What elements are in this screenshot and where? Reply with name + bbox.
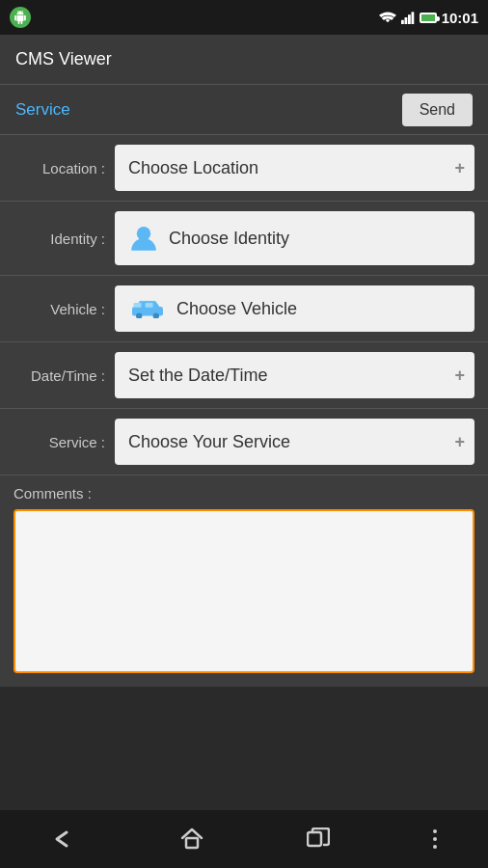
service-value: Choose Your Service bbox=[128, 432, 290, 452]
svg-rect-3 bbox=[411, 12, 414, 24]
location-plus-icon: + bbox=[454, 158, 465, 178]
status-bar-left bbox=[10, 7, 31, 28]
datetime-plus-icon: + bbox=[454, 366, 465, 386]
svg-rect-8 bbox=[134, 303, 142, 308]
status-time: 10:01 bbox=[442, 10, 478, 26]
status-bar: 10:01 bbox=[0, 0, 488, 35]
tab-service[interactable]: Service bbox=[15, 100, 70, 120]
location-label: Location : bbox=[14, 160, 115, 176]
vehicle-label: Vehicle : bbox=[14, 301, 115, 317]
vehicle-value: Choose Vehicle bbox=[176, 299, 297, 319]
svg-rect-11 bbox=[308, 832, 321, 846]
home-button[interactable] bbox=[179, 827, 204, 852]
status-bar-right: 10:01 bbox=[379, 10, 478, 26]
identity-row: Identity : Choose Identity bbox=[0, 202, 488, 276]
svg-rect-1 bbox=[404, 17, 407, 24]
person-icon bbox=[128, 223, 159, 254]
signal-icon bbox=[401, 11, 415, 24]
svg-rect-9 bbox=[146, 303, 153, 308]
battery-icon bbox=[420, 13, 437, 23]
android-icon bbox=[10, 7, 31, 28]
car-icon bbox=[128, 299, 167, 318]
location-value: Choose Location bbox=[128, 158, 258, 178]
service-label: Service : bbox=[14, 434, 115, 450]
service-plus-icon: + bbox=[454, 432, 465, 452]
svg-rect-0 bbox=[401, 20, 404, 24]
service-row: Service : Choose Your Service + bbox=[0, 409, 488, 475]
bottom-nav bbox=[0, 810, 488, 868]
comments-input[interactable] bbox=[14, 509, 474, 673]
identity-value: Choose Identity bbox=[169, 229, 289, 249]
menu-button[interactable] bbox=[433, 829, 437, 849]
recents-button[interactable] bbox=[307, 827, 330, 851]
location-row: Location : Choose Location + bbox=[0, 135, 488, 202]
identity-field[interactable]: Choose Identity bbox=[115, 211, 474, 265]
service-field[interactable]: Choose Your Service + bbox=[115, 419, 474, 465]
datetime-value: Set the Date/Time bbox=[128, 366, 267, 386]
datetime-field[interactable]: Set the Date/Time + bbox=[115, 352, 474, 398]
wifi-icon bbox=[379, 11, 396, 24]
vehicle-row: Vehicle : Choose Vehicle bbox=[0, 276, 488, 342]
datetime-row: Date/Time : Set the Date/Time + bbox=[0, 342, 488, 409]
tab-bar: Service Send bbox=[0, 85, 488, 135]
app-title: CMS Viewer bbox=[15, 49, 112, 69]
vehicle-field[interactable]: Choose Vehicle bbox=[115, 285, 474, 332]
comments-section: Comments : bbox=[0, 475, 488, 687]
menu-dots-icon bbox=[433, 829, 437, 849]
back-button[interactable] bbox=[51, 828, 76, 850]
svg-rect-2 bbox=[408, 14, 411, 24]
identity-label: Identity : bbox=[14, 231, 115, 247]
form-content: Location : Choose Location + Identity : … bbox=[0, 135, 488, 475]
comments-label: Comments : bbox=[14, 485, 474, 502]
svg-rect-10 bbox=[186, 838, 198, 848]
location-field[interactable]: Choose Location + bbox=[115, 145, 474, 191]
datetime-label: Date/Time : bbox=[14, 367, 115, 384]
app-bar: CMS Viewer bbox=[0, 35, 488, 85]
send-button[interactable]: Send bbox=[402, 94, 473, 126]
